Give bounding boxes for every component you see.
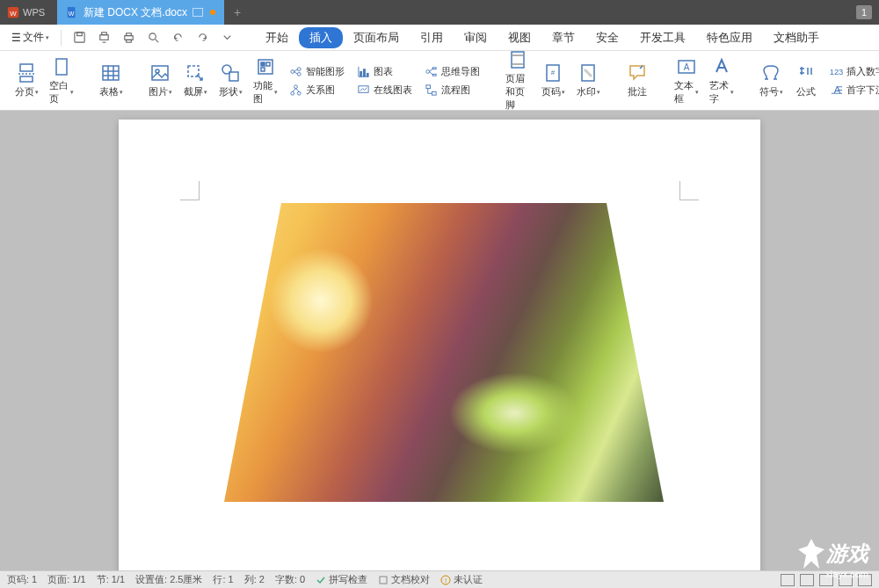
tab-developer[interactable]: 开发工具 bbox=[629, 26, 696, 49]
print-icon[interactable] bbox=[118, 27, 139, 48]
tab-page-layout[interactable]: 页面布局 bbox=[343, 26, 410, 49]
sync-icon[interactable] bbox=[193, 8, 203, 17]
undo-icon[interactable] bbox=[167, 27, 188, 48]
svg-rect-23 bbox=[266, 62, 270, 66]
svg-point-28 bbox=[294, 84, 298, 88]
svg-rect-22 bbox=[261, 62, 265, 66]
status-section[interactable]: 节: 1/1 bbox=[97, 573, 125, 586]
status-col[interactable]: 列: 2 bbox=[244, 573, 265, 586]
status-verified[interactable]: !未认证 bbox=[440, 573, 483, 586]
svg-rect-37 bbox=[432, 74, 436, 76]
svg-point-11 bbox=[149, 33, 156, 40]
mind-map-icon bbox=[425, 65, 438, 78]
shapes-button[interactable]: 形状▾ bbox=[213, 59, 248, 102]
shapes-icon bbox=[220, 62, 241, 83]
app-logo[interactable]: W WPS bbox=[0, 0, 57, 25]
svg-rect-33 bbox=[367, 73, 368, 76]
smart-graphic-button[interactable]: 智能图形 bbox=[287, 63, 347, 80]
flow-chart-button[interactable]: 流程图 bbox=[422, 82, 483, 98]
margin-marker-tl bbox=[180, 181, 200, 200]
new-tab-button[interactable]: + bbox=[224, 5, 251, 19]
file-menu-button[interactable]: ☰ 文件 ▾ bbox=[7, 27, 54, 47]
status-doc-proof[interactable]: 文档校对 bbox=[378, 573, 430, 586]
tab-references[interactable]: 引用 bbox=[410, 26, 454, 49]
status-set-value[interactable]: 设置值: 2.5厘米 bbox=[135, 573, 202, 586]
header-footer-icon bbox=[507, 49, 528, 70]
relation-chart-icon bbox=[289, 83, 302, 97]
svg-text:#: # bbox=[551, 69, 556, 76]
tab-start[interactable]: 开始 bbox=[255, 26, 299, 49]
site-watermark: 游戏 xiayx.com bbox=[798, 539, 868, 579]
blank-page-button[interactable]: 空白页▾ bbox=[44, 53, 79, 109]
picture-button[interactable]: 图片▾ bbox=[142, 59, 178, 102]
status-row[interactable]: 行: 1 bbox=[213, 573, 233, 586]
svg-rect-36 bbox=[432, 67, 436, 69]
relation-chart-button[interactable]: 关系图 bbox=[287, 82, 347, 98]
tab-special[interactable]: 特色应用 bbox=[696, 26, 763, 49]
page-number-icon: # bbox=[542, 62, 563, 83]
status-word-count[interactable]: 字数: 0 bbox=[275, 573, 305, 586]
online-chart-button[interactable]: 在线图表 bbox=[354, 82, 415, 98]
svg-text:W: W bbox=[69, 11, 75, 17]
inserted-image[interactable] bbox=[224, 203, 664, 502]
header-footer-button[interactable]: 页眉和页脚 bbox=[500, 46, 535, 115]
function-chart-button[interactable]: 功能图▾ bbox=[248, 53, 283, 109]
drop-cap-icon: A bbox=[830, 83, 843, 97]
watermark-button[interactable]: 水印▾ bbox=[570, 59, 606, 102]
svg-rect-10 bbox=[126, 40, 131, 42]
proof-icon bbox=[378, 575, 389, 585]
textbox-button[interactable]: A 文本框▾ bbox=[669, 53, 704, 109]
preview-icon[interactable] bbox=[142, 27, 163, 48]
svg-rect-20 bbox=[229, 72, 238, 81]
chart-button[interactable]: 图表 bbox=[354, 63, 415, 80]
chart-icon bbox=[357, 65, 370, 78]
svg-rect-5 bbox=[76, 33, 82, 36]
screenshot-button[interactable]: 截屏▾ bbox=[178, 59, 213, 102]
page-break-button[interactable]: 分页▾ bbox=[9, 59, 44, 102]
doc-icon: W bbox=[66, 6, 78, 18]
drop-cap-button[interactable]: A首字下沉 bbox=[827, 82, 879, 98]
svg-text:!: ! bbox=[445, 577, 447, 584]
svg-text:A: A bbox=[684, 62, 690, 72]
hamburger-icon: ☰ bbox=[11, 32, 21, 44]
symbol-button[interactable]: 符号▾ bbox=[753, 59, 788, 102]
mind-map-button[interactable]: 思维导图 bbox=[422, 63, 483, 80]
save-icon[interactable] bbox=[69, 27, 90, 48]
svg-rect-14 bbox=[56, 59, 67, 75]
status-page-code[interactable]: 页码: 1 bbox=[7, 573, 37, 586]
svg-rect-4 bbox=[74, 33, 84, 42]
separator bbox=[61, 30, 62, 46]
status-page[interactable]: 页面: 1/1 bbox=[47, 573, 85, 586]
notification-badge[interactable]: 1 bbox=[856, 5, 872, 19]
document-page[interactable] bbox=[119, 120, 760, 570]
view-mode-1[interactable] bbox=[781, 574, 795, 586]
print-preview-icon[interactable] bbox=[93, 27, 114, 48]
statusbar: 页码: 1 页面: 1/1 节: 1/1 设置值: 2.5厘米 行: 1 列: … bbox=[0, 570, 879, 588]
equation-button[interactable]: 公式 bbox=[788, 59, 824, 102]
svg-rect-31 bbox=[360, 71, 362, 76]
margin-marker-tr bbox=[679, 181, 699, 200]
tab-security[interactable]: 安全 bbox=[585, 26, 629, 49]
document-tab[interactable]: W 新建 DOCX 文档.docx bbox=[57, 0, 224, 25]
comment-button[interactable]: 批注 bbox=[620, 59, 655, 102]
trapezoid-image bbox=[224, 203, 664, 502]
document-area[interactable] bbox=[0, 111, 879, 570]
tab-review[interactable]: 审阅 bbox=[454, 26, 498, 49]
svg-rect-13 bbox=[20, 76, 33, 82]
pin-icon[interactable] bbox=[210, 10, 215, 15]
status-spell-check[interactable]: 拼写检查 bbox=[316, 573, 367, 586]
wordart-button[interactable]: 艺术字▾ bbox=[704, 53, 739, 109]
page-number-button[interactable]: # 页码▾ bbox=[535, 59, 570, 102]
blank-page-icon bbox=[51, 56, 72, 77]
table-button[interactable]: 表格▾ bbox=[93, 59, 128, 102]
insert-number-button[interactable]: 123插入数字 bbox=[827, 63, 879, 80]
tab-chapter[interactable]: 章节 bbox=[541, 26, 585, 49]
redo-icon[interactable] bbox=[192, 27, 213, 48]
menubar: ☰ 文件 ▾ 开始 插入 页面布局 引用 审阅 视图 章节 安全 开发工具 特色… bbox=[0, 25, 879, 51]
tab-insert[interactable]: 插入 bbox=[299, 27, 343, 48]
svg-rect-8 bbox=[124, 36, 132, 40]
dropdown-icon[interactable] bbox=[216, 27, 237, 48]
tab-doc-assistant[interactable]: 文档助手 bbox=[763, 26, 830, 49]
svg-rect-40 bbox=[512, 52, 524, 68]
ribbon-tabs: 开始 插入 页面布局 引用 审阅 视图 章节 安全 开发工具 特色应用 文档助手 bbox=[255, 26, 830, 49]
